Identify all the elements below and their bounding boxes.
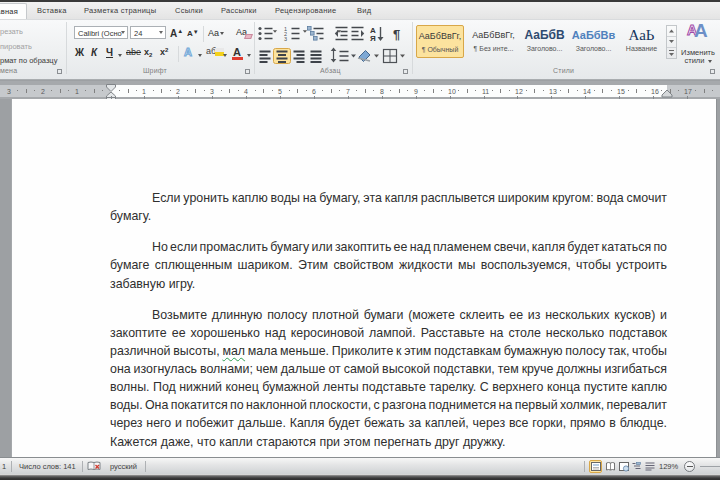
svg-text:3: 3	[284, 36, 287, 42]
svg-text:Я: Я	[370, 34, 376, 43]
svg-text:¶: ¶	[393, 27, 400, 42]
